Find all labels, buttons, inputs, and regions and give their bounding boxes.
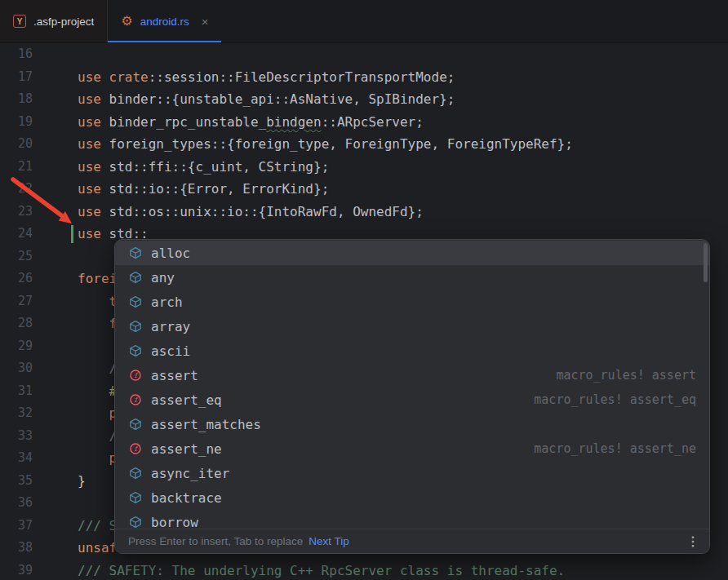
popup-scrollbar[interactable] — [704, 243, 708, 282]
code-line-21[interactable]: 21use std::ffi::{c_uint, CString}; — [0, 156, 728, 179]
macro-icon: f — [128, 369, 142, 383]
code-text: use std::io::{Error, ErrorKind}; — [78, 178, 728, 201]
code-token: /// S — [78, 518, 117, 534]
line-number: 25 — [0, 246, 33, 268]
code-line-22[interactable]: 22use std::io::{Error, ErrorKind}; — [0, 178, 728, 201]
line-number: 20 — [0, 133, 33, 156]
completion-item-array[interactable]: array — [115, 314, 709, 339]
line-number: 36 — [0, 492, 33, 515]
module-icon — [128, 344, 142, 358]
completion-item-assert_matches[interactable]: assert_matches — [115, 412, 709, 436]
code-token: std::io::{Error, ErrorKind}; — [101, 181, 329, 197]
completion-item-assert_ne[interactable]: fassert_nemacro_rules! assert_ne — [115, 436, 709, 461]
line-number: 35 — [0, 470, 33, 493]
line-number: 32 — [0, 402, 33, 425]
completion-item-label: arch — [151, 294, 183, 310]
code-text: use foreign_types::{foreign_type, Foreig… — [78, 133, 728, 156]
line-number: 39 — [0, 560, 33, 580]
tab-asfp-project-label: .asfp-project — [33, 15, 94, 28]
code-line-19[interactable]: 19use binder_rpc_unstable_bindgen::ARpcS… — [0, 111, 728, 134]
line-number: 28 — [0, 312, 33, 335]
macro-icon: f — [128, 393, 142, 407]
code-line-16[interactable]: 16 — [0, 43, 728, 66]
code-token: bindgen — [266, 114, 321, 130]
module-icon — [128, 491, 142, 505]
completion-item-assert_eq[interactable]: fassert_eqmacro_rules! assert_eq — [115, 387, 709, 412]
line-number: 30 — [0, 357, 33, 380]
line-number: 27 — [0, 290, 33, 313]
code-token: binder::{unstable_api::AsNative, SpIBind… — [101, 91, 455, 107]
code-line-17[interactable]: 17use crate::session::FileDescriptorTran… — [0, 66, 728, 89]
completion-item-label: assert — [151, 368, 198, 383]
code-token: use — [78, 69, 101, 85]
code-token: /// SAFETY: The underlying C++ RpcServer… — [78, 563, 565, 578]
editor-tab-bar: Y .asfp-project ⚙ android.rs × — [0, 0, 728, 43]
completion-item-alloc[interactable]: alloc — [115, 241, 709, 265]
code-token: use — [78, 114, 101, 130]
completion-item-label: alloc — [151, 246, 190, 261]
code-line-20[interactable]: 20use foreign_types::{foreign_type, Fore… — [0, 133, 728, 156]
tab-asfp-project[interactable]: Y .asfp-project — [0, 0, 108, 42]
completion-item-assert[interactable]: fassertmacro_rules! assert — [115, 363, 709, 387]
line-number: 37 — [0, 515, 33, 538]
code-line-39[interactable]: 39/// SAFETY: The underlying C++ RpcServ… — [0, 560, 728, 580]
code-text: use crate::session::FileDescriptorTransp… — [78, 66, 728, 89]
module-icon — [128, 320, 142, 334]
code-token: foreign_types::{foreign_type, ForeignTyp… — [101, 136, 573, 152]
line-number: 34 — [0, 447, 33, 470]
tab-android-rs-label: android.rs — [140, 15, 189, 28]
code-token: std::ffi::{c_uint, CString}; — [101, 159, 329, 175]
completion-item-backtrace[interactable]: backtrace — [115, 485, 709, 510]
code-text: /// SAFETY: The underlying C++ RpcServer… — [78, 560, 728, 580]
tab-android-rs[interactable]: ⚙ android.rs × — [108, 0, 221, 42]
completion-item-label: assert_matches — [151, 417, 261, 432]
code-token — [78, 316, 109, 331]
completion-item-label: ascii — [151, 343, 190, 359]
module-icon — [128, 271, 142, 285]
code-text: use binder_rpc_unstable_bindgen::ARpcSer… — [78, 111, 728, 134]
code-token: ::ARpcServer; — [322, 114, 424, 130]
code-text: use std::os::unix::io::{IntoRawFd, Owned… — [78, 201, 728, 224]
code-token: crate — [109, 69, 149, 85]
completion-item-any[interactable]: any — [115, 265, 709, 290]
completion-item-label: borrow — [151, 515, 198, 530]
next-tip-link[interactable]: Next Tip — [309, 535, 349, 547]
completion-hint: Press Enter to insert, Tab to replace — [128, 535, 303, 547]
line-number: 16 — [0, 43, 33, 66]
code-token: unsaf — [78, 540, 117, 556]
module-icon — [128, 295, 142, 309]
code-token: ::session::FileDescriptorTransportMode; — [149, 69, 455, 85]
code-token — [78, 450, 109, 466]
completion-list: allocanyarcharrayasciifassertmacro_rules… — [115, 241, 709, 529]
code-line-23[interactable]: 23use std::os::unix::io::{IntoRawFd, Own… — [0, 201, 728, 224]
line-number: 38 — [0, 537, 33, 560]
completion-item-arch[interactable]: arch — [115, 290, 709, 314]
completion-item-async_iter[interactable]: async_iter — [115, 461, 709, 485]
completion-item-label: any — [151, 270, 175, 286]
code-token — [78, 294, 109, 309]
code-token — [78, 361, 109, 376]
more-options-icon[interactable]: ⋮ — [686, 534, 699, 549]
code-token: } — [78, 473, 86, 489]
red-arrow-annotation — [7, 175, 82, 232]
code-token: use — [78, 159, 101, 175]
code-token: use — [78, 136, 101, 152]
code-token: use — [78, 91, 101, 107]
line-number: 19 — [0, 111, 33, 134]
code-text: use binder::{unstable_api::AsNative, SpI… — [78, 88, 728, 111]
line-number: 17 — [0, 66, 33, 89]
code-token: forei — [78, 271, 117, 286]
svg-text:f: f — [134, 445, 139, 453]
completion-item-ascii[interactable]: ascii — [115, 339, 709, 363]
rust-file-icon: ⚙ — [121, 15, 132, 28]
ide-window: Y .asfp-project ⚙ android.rs × 1617use c… — [0, 0, 728, 580]
completion-item-detail: macro_rules! assert — [556, 368, 696, 383]
completion-item-detail: macro_rules! assert_eq — [534, 392, 696, 407]
macro-icon: f — [128, 442, 142, 456]
code-line-18[interactable]: 18use binder::{unstable_api::AsNative, S… — [0, 88, 728, 111]
completion-item-borrow[interactable]: borrow — [115, 510, 709, 529]
close-tab-icon[interactable]: × — [202, 15, 209, 29]
code-token — [78, 428, 109, 444]
line-number: 33 — [0, 425, 33, 448]
completion-popup: allocanyarcharrayasciifassertmacro_rules… — [114, 239, 710, 554]
